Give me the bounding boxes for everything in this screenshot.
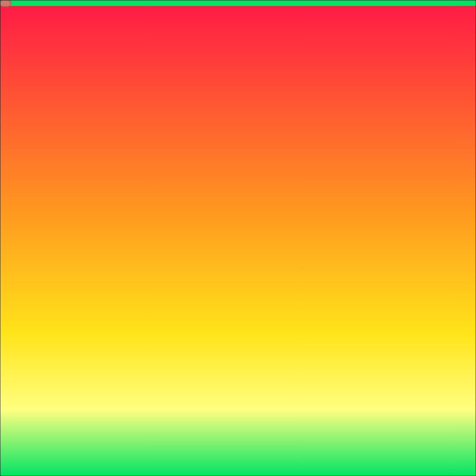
chart-stage — [0, 0, 476, 476]
gradient-background — [0, 0, 476, 476]
bottleneck-chart — [0, 0, 476, 476]
min-marker — [0, 0, 11, 7]
green-band — [0, 0, 476, 6]
